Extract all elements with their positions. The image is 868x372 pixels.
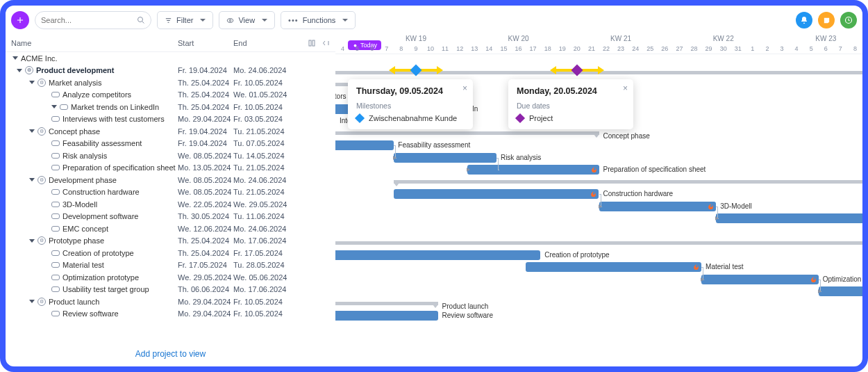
collapse-icon[interactable] xyxy=(322,39,330,47)
task-row[interactable]: Creation of prototypeTh. 25.04.2024Fr. 1… xyxy=(6,247,335,259)
day-label: 18 xyxy=(541,45,555,52)
row-end: Tu. 14.05.2024 xyxy=(233,152,289,160)
group-row[interactable]: ⚙Concept phaseFr. 19.04.2024Tu. 21.05.20… xyxy=(6,125,335,138)
day-label: 7 xyxy=(380,45,394,52)
gear-icon: ⚙ xyxy=(37,176,46,184)
chevron-down-icon xyxy=(342,19,348,22)
day-label: 8 xyxy=(848,45,862,52)
view-button[interactable]: View xyxy=(219,11,275,29)
task-icon xyxy=(51,286,60,292)
group-row[interactable]: ⚙Market analysisTh. 25.04.2024Fr. 10.05.… xyxy=(6,76,335,89)
gantt-bar[interactable]: Risk analysis xyxy=(394,153,496,163)
task-row[interactable]: Risk analysisWe. 08.05.2024Tu. 14.05.202… xyxy=(6,149,335,162)
row-end: Mo. 24.06.2024 xyxy=(233,225,289,233)
bar-label: Construction hardware xyxy=(603,190,673,197)
group-row[interactable]: ⚙Prototype phaseTh. 25.04.2024Mo. 17.06.… xyxy=(6,235,335,248)
notes-button[interactable] xyxy=(818,12,835,29)
company-row[interactable]: ACME Inc. xyxy=(6,52,335,65)
close-icon[interactable]: × xyxy=(462,83,467,93)
add-button[interactable] xyxy=(11,11,29,29)
day-label: 28 xyxy=(687,45,701,52)
gear-icon: ⚙ xyxy=(37,236,46,245)
row-name: Product development xyxy=(36,66,114,74)
task-row[interactable]: Analyze competitorsTh. 25.04.2024We. 01.… xyxy=(6,89,335,102)
task-row[interactable]: Review softwareMo. 29.04.2024Fr. 10.05.2… xyxy=(6,308,335,321)
row-start: Fr. 19.04.2024 xyxy=(178,127,233,136)
add-project-link[interactable]: Add project to view xyxy=(135,349,206,359)
row-end: Fr. 10.05.2024 xyxy=(233,298,289,306)
day-label: 4 xyxy=(336,45,350,52)
gantt-bar[interactable]: Preparation of specification sheet xyxy=(467,165,599,175)
day-label: 1 xyxy=(746,45,760,52)
gantt-bar[interactable] xyxy=(716,213,862,223)
chevron-down-icon xyxy=(200,19,206,22)
gantt-bar[interactable]: Material test xyxy=(526,262,701,272)
gantt-bar[interactable] xyxy=(335,241,862,245)
group-row[interactable]: ⚙Product launchMo. 29.04.2024Fr. 10.05.2… xyxy=(6,296,335,308)
bar-label: Optimization pr xyxy=(823,275,862,283)
gantt-row xyxy=(335,225,862,237)
functions-button[interactable]: ••• Functions xyxy=(281,11,356,29)
milestone-marker[interactable] xyxy=(556,69,598,72)
dots-icon: ••• xyxy=(288,16,299,24)
column-headers: Name Start End xyxy=(6,35,335,52)
task-row[interactable]: Development softwareTh. 30.05.2024Tu. 11… xyxy=(6,211,335,223)
notifications-button[interactable] xyxy=(796,12,812,29)
diamond-icon xyxy=(355,113,365,123)
col-end: End xyxy=(233,39,289,47)
task-icon xyxy=(51,311,60,316)
gantt-bar[interactable]: Optimization pr xyxy=(701,275,819,284)
gantt-bar[interactable]: Construction hardware xyxy=(394,189,599,199)
bell-icon xyxy=(800,16,808,24)
gantt-row xyxy=(335,286,862,298)
day-label: 6 xyxy=(819,45,833,52)
day-label: 4 xyxy=(790,45,803,52)
task-row[interactable]: Optimization prototypeWe. 29.05.2024We. … xyxy=(6,271,335,284)
close-icon[interactable]: × xyxy=(623,83,628,93)
row-start: Th. 06.06.2024 xyxy=(178,285,233,293)
row-name: Preparation of specification sheet xyxy=(62,163,176,172)
task-row[interactable]: Material testFr. 17.05.2024Tu. 28.05.202… xyxy=(6,259,335,272)
row-name: Development software xyxy=(62,212,138,220)
gantt-bar[interactable]: Feasability assessment xyxy=(335,140,394,150)
task-row[interactable]: Usability test target groupTh. 06.06.202… xyxy=(6,284,335,296)
row-end: We. 29.05.2024 xyxy=(233,200,289,209)
task-row[interactable]: EMC conceptWe. 12.06.2024Mo. 24.06.2024 xyxy=(6,223,335,235)
search-icon xyxy=(137,16,145,24)
gantt-bar[interactable]: 3D-Modell xyxy=(599,202,717,211)
day-label: 7 xyxy=(833,45,847,52)
timer-button[interactable] xyxy=(840,12,857,29)
gantt-bar[interactable]: Product launch xyxy=(335,302,438,305)
filter-button[interactable]: Filter xyxy=(157,11,213,29)
gantt-bar[interactable]: Creation of prototype xyxy=(335,250,540,260)
milestone-marker[interactable] xyxy=(395,69,437,72)
task-icon xyxy=(51,153,60,159)
gear-icon: ⚙ xyxy=(25,66,33,74)
gantt-bar[interactable]: Review software xyxy=(335,311,438,321)
view-label: View xyxy=(238,16,255,24)
day-label: 2 xyxy=(760,45,774,52)
gantt-bar[interactable] xyxy=(819,286,862,296)
columns-icon[interactable] xyxy=(308,39,316,47)
duedate-popover: × Monday, 20.05.2024 Due dates Project xyxy=(508,79,633,129)
task-row[interactable]: Preparation of specification sheetMo. 13… xyxy=(6,162,335,175)
gantt-bar[interactable] xyxy=(394,180,862,184)
task-row[interactable]: Market trends on LinkedInTh. 25.04.2024F… xyxy=(6,101,335,113)
gantt-bar[interactable]: Concept phase xyxy=(335,131,599,135)
note-icon xyxy=(823,17,831,24)
task-row[interactable]: Feasability assessmentFr. 19.04.2024Tu. … xyxy=(6,138,335,150)
day-label: 17 xyxy=(526,45,540,52)
day-label: 6 xyxy=(365,45,379,52)
project-row[interactable]: ⚙Product developmentFr. 19.04.2024Mo. 24… xyxy=(6,65,335,77)
search-input[interactable] xyxy=(41,16,137,24)
task-row[interactable]: Construction hardwareWe. 08.05.2024Tu. 2… xyxy=(6,186,335,199)
row-start: Th. 30.05.2024 xyxy=(178,212,233,220)
group-row[interactable]: ⚙Development phaseWe. 08.05.2024Mo. 24.0… xyxy=(6,174,335,186)
task-row[interactable]: Interviews with test customersMo. 29.04.… xyxy=(6,113,335,126)
row-end: Fr. 10.05.2024 xyxy=(233,309,289,318)
row-end: Fr. 03.05.2024 xyxy=(233,115,289,123)
task-row[interactable]: 3D-ModellWe. 22.05.2024We. 29.05.2024 xyxy=(6,198,335,211)
fire-icon xyxy=(591,166,597,173)
row-end: We. 05.06.2024 xyxy=(233,273,289,282)
gantt-row: Product launch xyxy=(335,298,862,310)
